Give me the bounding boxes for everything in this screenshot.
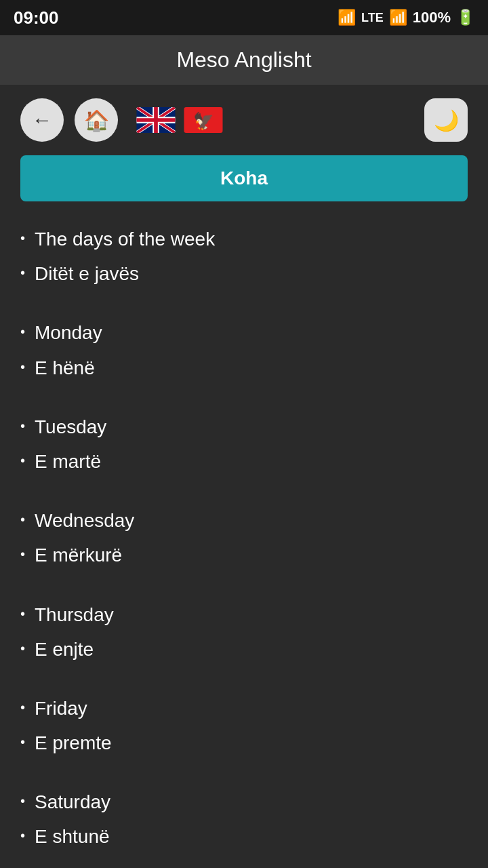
bullet-icon: •: [20, 732, 25, 751]
list-item: • Monday: [20, 315, 468, 350]
status-icons: 📶 LTE 📶 100% 🔋: [338, 9, 474, 26]
section-button[interactable]: Koha: [20, 155, 468, 201]
bullet-icon: •: [20, 826, 25, 845]
bullet-icon: •: [20, 510, 25, 529]
home-icon: 🏠: [84, 108, 109, 132]
lte-label: LTE: [361, 11, 384, 25]
status-time: 09:00: [14, 7, 59, 28]
content-area: • The days of the week • Ditët e javës •…: [0, 215, 488, 868]
list-item: • E shtunë: [20, 819, 468, 854]
list-item: • E enjte: [20, 632, 468, 667]
vocab-albanian: E mërkurë: [35, 542, 122, 568]
status-bar: 09:00 📶 LTE 📶 100% 🔋: [0, 0, 488, 35]
list-item: • E martë: [20, 444, 468, 479]
bullet-icon: •: [20, 263, 25, 282]
night-icon: 🌙: [434, 108, 459, 132]
bullet-icon: •: [20, 451, 25, 470]
vocab-albanian: E hënë: [35, 355, 95, 381]
section-label: Koha: [220, 167, 268, 189]
list-item: • E premte: [20, 726, 468, 760]
vocab-english: Tuesday: [35, 414, 106, 440]
albania-flag[interactable]: 🦅: [183, 106, 224, 134]
vocab-group-tuesday: • Tuesday • E martë: [20, 410, 468, 479]
vocab-english-thursday: Thursday: [35, 601, 114, 628]
vocab-albanian: E premte: [35, 730, 112, 756]
vocab-english: Wednesday: [35, 507, 134, 534]
list-item: • E mërkurë: [20, 538, 468, 572]
list-item: • E hënë: [20, 351, 468, 385]
vocab-albanian: E martë: [35, 448, 101, 475]
bullet-icon: •: [20, 416, 25, 435]
bullet-icon: •: [20, 639, 25, 658]
vocab-english: The days of the week: [35, 226, 215, 252]
flag-container: 🦅: [136, 106, 224, 134]
vocab-english: Monday: [35, 319, 102, 346]
app-title: Meso Anglisht: [176, 47, 311, 72]
list-item: • Saturday: [20, 785, 468, 819]
vocab-group-thursday: • Thursday • E enjte: [20, 597, 468, 667]
back-button[interactable]: ←: [20, 98, 64, 142]
bullet-icon: •: [20, 791, 25, 810]
bullet-icon: •: [20, 604, 25, 623]
back-icon: ←: [32, 108, 52, 132]
list-item: • Tuesday: [20, 410, 468, 444]
signal-icon: 📶: [389, 9, 407, 26]
vocab-albanian: Ditët e javës: [35, 260, 139, 287]
vocab-group-saturday: • Saturday • E shtunë: [20, 785, 468, 854]
list-item: • Thursday: [20, 597, 468, 632]
bullet-icon: •: [20, 545, 25, 564]
battery-label: 100%: [413, 9, 451, 26]
vocab-group-header: • The days of the week • Ditët e javës: [20, 222, 468, 291]
list-item: • Friday: [20, 691, 468, 726]
title-bar: Meso Anglisht: [0, 35, 488, 85]
uk-flag[interactable]: [136, 106, 176, 134]
bullet-icon: •: [20, 698, 25, 717]
night-mode-button[interactable]: 🌙: [424, 98, 468, 142]
svg-text:🦅: 🦅: [193, 111, 214, 132]
bullet-icon: •: [20, 229, 25, 248]
vocab-english: Friday: [35, 695, 87, 722]
vocab-group-friday: • Friday • E premte: [20, 691, 468, 760]
vocab-albanian: E shtunë: [35, 823, 110, 850]
list-item: • The days of the week: [20, 222, 468, 256]
home-button[interactable]: 🏠: [75, 98, 118, 142]
toolbar: ← 🏠 🦅 🌙: [0, 85, 488, 155]
vocab-albanian: E enjte: [35, 636, 94, 663]
vocab-english: Saturday: [35, 789, 110, 815]
list-item: • Wednesday: [20, 503, 468, 538]
bullet-icon: •: [20, 357, 25, 376]
list-item: • Ditët e javës: [20, 256, 468, 291]
bullet-icon: •: [20, 322, 25, 341]
vocab-group-monday: • Monday • E hënë: [20, 315, 468, 384]
vocab-group-wednesday: • Wednesday • E mërkurë: [20, 503, 468, 572]
battery-icon: 🔋: [456, 9, 474, 26]
wifi-icon: 📶: [338, 9, 356, 26]
